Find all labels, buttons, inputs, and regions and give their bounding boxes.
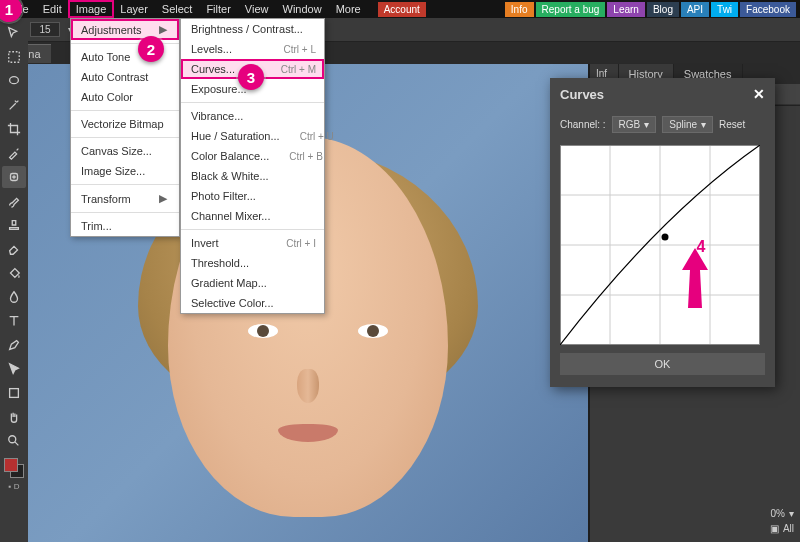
chevron-down-icon[interactable]: ▾ (789, 508, 794, 519)
vectorize-menuitem[interactable]: Vectorize Bitmap (71, 114, 179, 134)
all-label: All (783, 523, 794, 534)
close-icon[interactable]: ✕ (753, 86, 765, 102)
auto-contrast-menuitem[interactable]: Auto Contrast (71, 67, 179, 87)
vibrance-menuitem[interactable]: Vibrance... (181, 106, 324, 126)
callout-3: 3 (238, 64, 264, 90)
menu-select[interactable]: Select (155, 1, 200, 17)
menu-more[interactable]: More (329, 1, 368, 17)
image-size-menuitem[interactable]: Image Size... (71, 161, 179, 181)
gradient-map-menuitem[interactable]: Gradient Map... (181, 273, 324, 293)
report-bug-link[interactable]: Report a bug (536, 2, 606, 17)
reset-button[interactable]: Reset (719, 119, 745, 130)
ok-button[interactable]: OK (560, 353, 765, 375)
canvas-size-menuitem[interactable]: Canvas Size... (71, 141, 179, 161)
curves-graph[interactable] (560, 145, 760, 345)
menu-filter[interactable]: Filter (199, 1, 237, 17)
info-link[interactable]: Info (505, 2, 534, 17)
trim-menuitem[interactable]: Trim... (71, 216, 179, 236)
facebook-link[interactable]: Facebook (740, 2, 796, 17)
auto-color-menuitem[interactable]: Auto Color (71, 87, 179, 107)
zoom-tool[interactable] (2, 430, 26, 452)
path-select-tool[interactable] (2, 358, 26, 380)
svg-rect-0 (9, 52, 20, 63)
wand-tool[interactable] (2, 94, 26, 116)
foreground-color[interactable] (4, 458, 18, 472)
channel-label: Channel: : (560, 119, 606, 130)
svg-point-12 (662, 234, 669, 241)
header-links: Info Report a bug Learn Blog API Twi Fac… (505, 2, 796, 17)
dialog-title: Curves (560, 87, 604, 102)
marquee-tool[interactable] (2, 46, 26, 68)
shape-tool[interactable] (2, 382, 26, 404)
color-balance-menuitem[interactable]: Color Balance...Ctrl + B (181, 146, 324, 166)
brush-size-input[interactable]: 15 (30, 22, 60, 37)
toolbar: ▪ D (0, 18, 28, 542)
color-swatches[interactable] (4, 458, 24, 478)
pen-tool[interactable] (2, 334, 26, 356)
menubar: File Edit Image Layer Select Filter View… (0, 0, 800, 18)
hand-tool[interactable] (2, 406, 26, 428)
adjustments-menuitem[interactable]: Adjustments▶ (71, 19, 179, 40)
bucket-tool[interactable] (2, 262, 26, 284)
levels-menuitem[interactable]: Levels...Ctrl + L (181, 39, 324, 59)
selective-color-menuitem[interactable]: Selective Color... (181, 293, 324, 313)
chevron-down-icon: ▾ (701, 119, 706, 130)
adjustments-dropdown: Brightness / Contrast... Levels...Ctrl +… (180, 18, 325, 314)
blur-tool[interactable] (2, 286, 26, 308)
checkbox-all-icon[interactable]: ▣ (770, 523, 779, 534)
spline-select[interactable]: Spline▾ (662, 116, 713, 133)
stamp-tool[interactable] (2, 214, 26, 236)
callout-2: 2 (138, 36, 164, 62)
brush-tool[interactable] (2, 190, 26, 212)
invert-menuitem[interactable]: InvertCtrl + I (181, 233, 324, 253)
bw-menuitem[interactable]: Black & White... (181, 166, 324, 186)
threshold-menuitem[interactable]: Threshold... (181, 253, 324, 273)
move-tool[interactable] (2, 22, 26, 44)
type-tool[interactable] (2, 310, 26, 332)
svg-point-1 (10, 77, 19, 84)
svg-rect-3 (10, 389, 19, 398)
photo-eye (358, 324, 388, 338)
submenu-arrow-icon: ▶ (159, 192, 167, 205)
layers-panel: 0% ▾ ▣ All (590, 500, 800, 542)
learn-link[interactable]: Learn (607, 2, 645, 17)
menu-image[interactable]: Image (69, 1, 114, 17)
account-button[interactable]: Account (378, 2, 426, 17)
crop-tool[interactable] (2, 118, 26, 140)
svg-point-4 (9, 436, 16, 443)
photo-filter-menuitem[interactable]: Photo Filter... (181, 186, 324, 206)
heal-tool[interactable] (2, 166, 26, 188)
callout-4: 4 (688, 234, 714, 260)
brightness-menuitem[interactable]: Brightness / Contrast... (181, 19, 324, 39)
curves-dialog: Curves ✕ Channel: : RGB▾ Spline▾ Reset O… (550, 78, 775, 387)
transform-menuitem[interactable]: Transform▶ (71, 188, 179, 209)
menu-edit[interactable]: Edit (36, 1, 69, 17)
lasso-tool[interactable] (2, 70, 26, 92)
channel-select[interactable]: RGB▾ (612, 116, 657, 133)
photo-nose (297, 369, 319, 403)
api-link[interactable]: API (681, 2, 709, 17)
chevron-down-icon: ▾ (644, 119, 649, 130)
photo-eye (248, 324, 278, 338)
menu-window[interactable]: Window (276, 1, 329, 17)
hue-menuitem[interactable]: Hue / Saturation...Ctrl + U (181, 126, 324, 146)
swatch-label: ▪ D (9, 482, 20, 491)
blog-link[interactable]: Blog (647, 2, 679, 17)
eyedropper-tool[interactable] (2, 142, 26, 164)
channel-mixer-menuitem[interactable]: Channel Mixer... (181, 206, 324, 226)
submenu-arrow-icon: ▶ (159, 23, 167, 36)
eraser-tool[interactable] (2, 238, 26, 260)
opacity-value: 0% (771, 508, 785, 519)
twitter-link[interactable]: Twi (711, 2, 738, 17)
menu-view[interactable]: View (238, 1, 276, 17)
menu-layer[interactable]: Layer (113, 1, 155, 17)
